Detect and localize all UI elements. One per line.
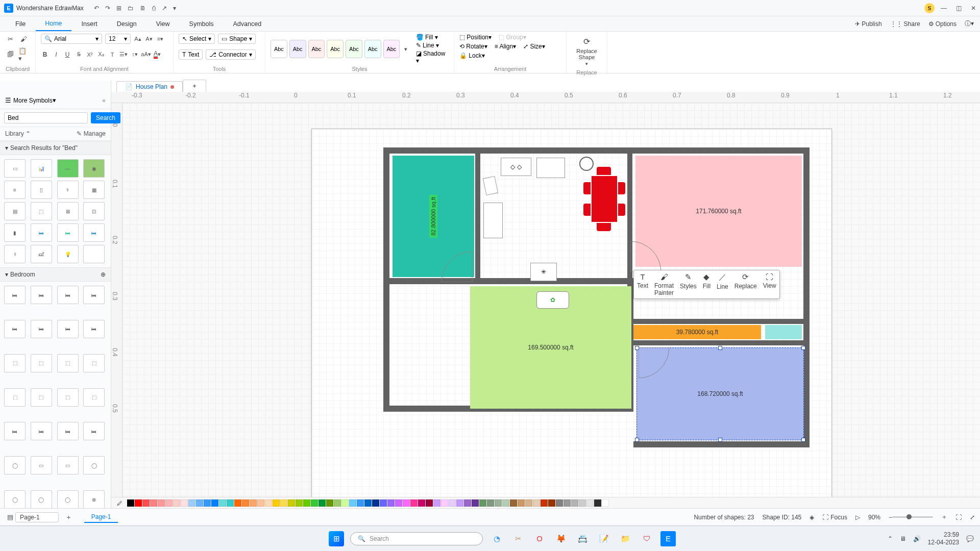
- color-swatch[interactable]: [334, 499, 341, 507]
- color-swatch[interactable]: [364, 499, 372, 507]
- symbol-item[interactable]: 🛏: [57, 223, 79, 242]
- style-preset-4[interactable]: Abc: [327, 40, 344, 58]
- symbol-item[interactable]: ⊡: [83, 202, 105, 220]
- symbol-search-button[interactable]: Search: [91, 112, 120, 123]
- symbol-item[interactable]: ≡: [4, 181, 26, 199]
- color-swatch[interactable]: [234, 499, 241, 507]
- task-icon[interactable]: ◔: [489, 531, 504, 546]
- opera-icon[interactable]: O: [532, 531, 547, 546]
- color-swatch[interactable]: [502, 499, 509, 507]
- brave-icon[interactable]: 🛡: [639, 531, 654, 546]
- copy-icon[interactable]: 🗐: [5, 49, 15, 60]
- tray-clock[interactable]: 23:5912-04-2023: [928, 531, 959, 546]
- color-swatch[interactable]: [403, 499, 410, 507]
- manage-link[interactable]: ✎ Manage: [77, 130, 106, 137]
- color-swatch[interactable]: [548, 499, 555, 507]
- color-swatch[interactable]: [142, 499, 150, 507]
- new-icon[interactable]: ⊞: [116, 5, 121, 12]
- color-swatch[interactable]: [387, 499, 395, 507]
- bold-icon[interactable]: B: [41, 51, 49, 59]
- sink-shape[interactable]: [536, 158, 565, 178]
- color-swatch[interactable]: [579, 499, 586, 507]
- zoom-slider[interactable]: [892, 516, 933, 518]
- ctx-styles-button[interactable]: ✎Styles: [680, 272, 697, 296]
- color-swatch[interactable]: [510, 499, 517, 507]
- color-swatch[interactable]: [250, 499, 257, 507]
- color-swatch[interactable]: [487, 499, 494, 507]
- symbol-item[interactable]: ⬚: [83, 354, 105, 372]
- tray-volume-icon[interactable]: 🔊: [913, 535, 921, 542]
- symbol-item[interactable]: ⊠: [57, 202, 79, 220]
- room-orange[interactable]: 39.780000 sq.ft: [633, 325, 761, 339]
- symbol-item[interactable]: ⬚: [83, 388, 105, 407]
- style-preset-6[interactable]: Abc: [364, 40, 381, 58]
- color-swatch[interactable]: [456, 499, 463, 507]
- resize-handle[interactable]: [718, 346, 722, 350]
- maximize-icon[interactable]: ◫: [956, 5, 962, 12]
- tab-home[interactable]: Home: [36, 17, 71, 31]
- library-link[interactable]: Library ⌃: [5, 130, 31, 137]
- qat-more-icon[interactable]: ▾: [173, 5, 176, 12]
- symbol-item[interactable]: 🛏: [83, 223, 105, 242]
- case-icon[interactable]: aA▾: [142, 51, 150, 59]
- symbol-item[interactable]: 📊: [31, 159, 52, 178]
- fit-page-icon[interactable]: ⛶: [955, 514, 962, 521]
- style-preset-5[interactable]: Abc: [346, 40, 362, 58]
- color-swatch[interactable]: [357, 499, 364, 507]
- symbol-item[interactable]: 🛏: [4, 286, 26, 304]
- ctx-fill-button[interactable]: ◆Fill: [703, 272, 710, 296]
- symbol-item[interactable]: 🛏: [57, 320, 79, 338]
- color-swatch[interactable]: [165, 499, 173, 507]
- minimize-icon[interactable]: —: [941, 5, 947, 12]
- color-swatch[interactable]: [265, 499, 272, 507]
- color-swatch[interactable]: [586, 499, 594, 507]
- color-swatch[interactable]: [211, 499, 218, 507]
- color-swatch[interactable]: [426, 499, 433, 507]
- cut-icon[interactable]: ✂: [5, 34, 15, 44]
- ctx-format-painter-button[interactable]: 🖌Format Painter: [654, 272, 674, 296]
- redo-icon[interactable]: ↷: [105, 5, 110, 12]
- ctx-replace-button[interactable]: ⟳Replace: [734, 272, 757, 296]
- chair-shape[interactable]: [483, 176, 499, 195]
- symbol-item[interactable]: ▯: [31, 181, 52, 199]
- symbol-item[interactable]: ▦: [83, 181, 105, 199]
- color-swatch[interactable]: [472, 499, 479, 507]
- dining-table-shape[interactable]: [592, 176, 617, 222]
- firefox-icon[interactable]: 🦊: [553, 531, 569, 546]
- tab-view[interactable]: View: [147, 17, 179, 31]
- eyedropper-icon[interactable]: 🖉: [115, 499, 124, 507]
- style-preset-3[interactable]: Abc: [308, 40, 325, 58]
- symbol-item[interactable]: 🛏: [83, 320, 105, 338]
- shrink-font-icon[interactable]: A▾: [145, 35, 153, 43]
- color-swatch[interactable]: [181, 499, 188, 507]
- symbol-item[interactable]: ◯: [4, 456, 26, 474]
- add-page-icon[interactable]: ＋: [64, 512, 74, 522]
- italic-icon[interactable]: I: [52, 51, 60, 59]
- color-swatch[interactable]: [433, 499, 440, 507]
- color-swatch[interactable]: [541, 499, 548, 507]
- fridge-shape[interactable]: [483, 203, 503, 238]
- ctx-view-button[interactable]: ⛶View: [763, 272, 776, 296]
- color-swatch[interactable]: [418, 499, 425, 507]
- color-swatch[interactable]: [219, 499, 226, 507]
- resize-handle[interactable]: [801, 438, 805, 442]
- color-swatch[interactable]: [525, 499, 532, 507]
- symbol-item[interactable]: 🛏: [4, 320, 26, 338]
- symbol-item[interactable]: 💡: [57, 245, 79, 263]
- symbol-item[interactable]: ▭: [4, 159, 26, 178]
- pages-icon[interactable]: ▤: [5, 512, 15, 522]
- symbol-item[interactable]: 🛏: [31, 320, 52, 338]
- color-swatch[interactable]: [318, 499, 326, 507]
- task-icon[interactable]: ✂: [510, 531, 526, 546]
- symbol-item[interactable]: ⬚: [57, 354, 79, 372]
- tab-design[interactable]: Design: [108, 17, 146, 31]
- symbol-item[interactable]: ⬚: [31, 388, 52, 407]
- symbol-item[interactable]: —: [57, 159, 79, 178]
- close-icon[interactable]: ✕: [971, 5, 976, 12]
- symbol-item[interactable]: ⬚: [31, 202, 52, 220]
- tab-symbols[interactable]: Symbols: [180, 17, 223, 31]
- export-icon[interactable]: ↗: [162, 5, 167, 12]
- color-swatch[interactable]: [380, 499, 387, 507]
- color-swatch[interactable]: [564, 499, 571, 507]
- symbol-item[interactable]: 🛏: [83, 422, 105, 440]
